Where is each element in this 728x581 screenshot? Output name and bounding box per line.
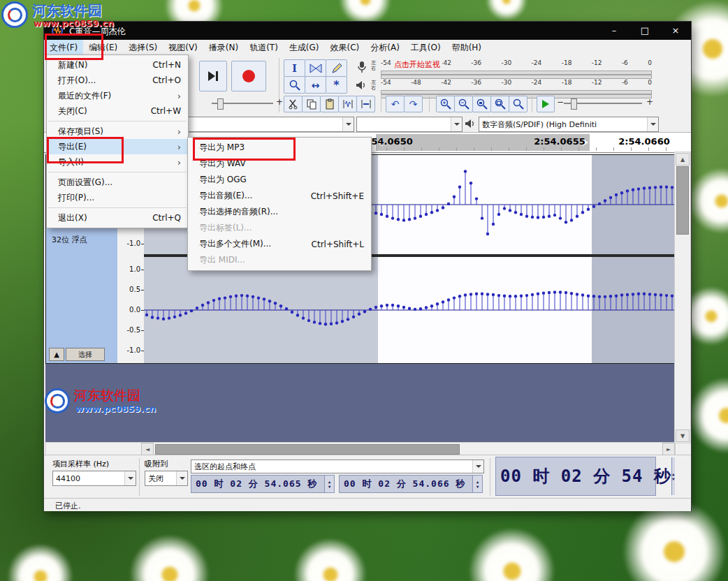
meter-scale-value: -18 [562,79,572,86]
selection-end-value: 00 时 02 分 54.066 秒 [340,478,465,490]
scroll-down-icon[interactable]: ▼ [676,429,690,442]
speed-slider-thumb[interactable] [217,98,224,110]
daisy-flower [622,499,727,581]
timeline-time-label: 2:54.0660 [618,136,669,147]
menubar-item-3[interactable]: 选择(S) [123,40,163,55]
timeline-tick [526,147,527,151]
menu-separator [48,121,187,122]
zoom-toggle-button[interactable] [509,96,527,112]
selection-toolbar: 项目采样率 (Hz) 44100 吸附到 关闭 选区的起点和终点 00 时 02… [44,455,691,499]
export-menu-item-5[interactable]: 导出选择的音频(R)... [188,204,371,220]
zoom-tool-button[interactable] [284,76,305,94]
magnifier-icon [289,80,300,91]
menubar-item-7[interactable]: 生成(G) [284,40,325,55]
meter-channel-labels: 左右 [371,80,376,91]
export-menu-item-3[interactable]: 导出为 OGG [188,172,371,188]
menu-item-label: 退出(X) [58,212,87,224]
track-select-button[interactable]: 选择 [66,348,105,361]
timeshift-tool-button[interactable]: ↔ [305,76,326,94]
envelope-icon [309,64,323,73]
minimize-button[interactable]: – [599,22,629,40]
menubar-item-5[interactable]: 播录(N) [203,40,244,55]
meter-scale-value: -30 [501,59,511,66]
audio-position-time[interactable]: 00 时 02 分 54 秒 ▲▼ [495,457,656,496]
play-at-speed-button[interactable] [537,96,555,112]
scroll-left-icon[interactable]: ◄ [141,443,154,455]
meter-scale-value: 0 [648,79,652,86]
vertical-scrollbar[interactable]: ▲ ▼ [674,152,691,443]
draw-tool-button[interactable] [326,59,347,77]
horizontal-scrollbar-thumb[interactable] [155,444,460,455]
spinner-icon[interactable]: ▲▼ [671,457,675,495]
export-menu-item-7[interactable]: 导出多个文件(M)...Ctrl+Shift+L [188,236,371,252]
redo-button[interactable]: ↷ [404,96,423,112]
record-button[interactable] [231,61,266,91]
zoom-fit-button[interactable] [490,96,509,112]
monitor-hint[interactable]: 点击开始监视 [392,59,442,70]
file-menu-item-10[interactable]: 退出(X)Ctrl+Q [47,210,188,226]
meter-scale-value: -6 [622,79,628,86]
desktop: C重音—周杰伦 – □ × 文件(F)编辑(E)选择(S)视图(V)播录(N)轨… [0,0,728,581]
file-menu-item-9[interactable]: 打印(P)... [47,190,188,205]
selection-range-combo[interactable]: 选区的起点和终点 [191,459,484,473]
waveform-samples [144,257,675,363]
file-menu-item-8[interactable]: 页面设置(G)... [47,175,188,190]
chevron-down-icon [124,471,136,485]
selection-end-time[interactable]: 00 时 02 分 54.066 秒 ▲▼ [339,475,483,493]
close-button[interactable]: × [660,22,691,40]
zoom-in-button[interactable] [436,96,455,112]
menubar-item-10[interactable]: 工具(O) [405,40,446,55]
copy-button[interactable] [302,96,321,112]
output-device-combo[interactable]: 数字音频(S/PDIF) (High Definiti [479,117,659,132]
spinner-icon[interactable]: ▲▼ [324,476,334,492]
silence-audio-button[interactable] [356,96,375,112]
input-channels-combo[interactable] [356,117,463,132]
redo-icon: ↷ [409,98,418,110]
file-menu-item-2[interactable]: 打开(O)...Ctrl+O [47,73,188,88]
timeline-tick [631,147,632,151]
file-menu-item-3[interactable]: 最近的文件(F)› [47,88,188,103]
menubar-item-9[interactable]: 分析(A) [365,40,405,55]
scroll-right-icon[interactable]: ► [662,443,675,455]
paste-button[interactable] [320,96,339,112]
zoom-out-button[interactable] [454,96,473,112]
meter-scale-value: -30 [501,79,511,86]
clipboard-icon [324,98,335,110]
selection-start-time[interactable]: 00 时 02 分 54.065 秒 ▲▼ [191,475,335,493]
spinner-icon[interactable]: ▲▼ [472,476,482,492]
menubar-item-4[interactable]: 视图(V) [163,40,203,55]
file-menu-item-4[interactable]: 关闭(C)Ctrl+W [47,103,188,119]
cut-button[interactable] [284,96,303,112]
menubar-item-6[interactable]: 轨道(T) [244,40,284,55]
horizontal-scrollbar[interactable]: ◄ ► [45,442,676,456]
watermark-top: 河东软件园 www.pc0859.cn [0,0,147,32]
meter-scale-value: -36 [471,79,481,86]
skip-to-end-button[interactable] [199,61,227,91]
envelope-tool-button[interactable] [305,59,326,77]
scroll-up-icon[interactable]: ▲ [676,153,690,166]
selection-tool-button[interactable]: I [284,59,305,77]
meter-scale-value: -42 [441,79,451,86]
waveform-right-channel[interactable] [144,257,675,363]
vertical-scrollbar-thumb[interactable] [676,166,689,235]
chevron-down-icon [342,117,354,131]
menubar-item-11[interactable]: 帮助(H) [446,40,487,55]
menubar-item-8[interactable]: 效果(C) [325,40,365,55]
speaker-icon [356,80,367,90]
submenu-arrow-icon: › [163,157,181,168]
menu-item-label: 页面设置(G)... [58,177,112,189]
track-collapse-button[interactable]: ▲ [49,348,64,361]
playspeed-slider-thumb[interactable] [571,98,577,110]
zoom-selection-button[interactable] [472,96,491,112]
rate-combo[interactable]: 44100 [52,471,136,486]
export-menu-item-4[interactable]: 导出音频(E)...Ctrl+Shift+E [188,188,371,204]
undo-button[interactable]: ↶ [386,96,405,112]
watermark-bottom: 河东软件园 www.pc0859.cn [45,385,191,419]
trim-audio-button[interactable] [338,96,357,112]
maximize-button[interactable]: □ [629,22,660,40]
menu-item-label: 导出为 OGG [199,174,247,186]
multi-tool-button[interactable]: * [326,76,347,94]
daisy-flower [468,527,555,581]
snap-combo[interactable]: 关闭 [145,471,188,486]
menu-shortcut: Ctrl+O [133,75,181,85]
